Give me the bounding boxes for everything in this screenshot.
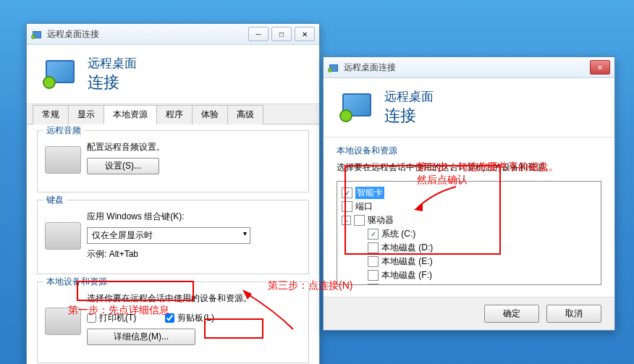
group-devices: 本地设备和资源 选择你要在远程会话中使用的设备和资源。 打印机(T) 剪贴板(L…: [37, 282, 309, 363]
devices-desc: 选择你要在远程会话中使用的设备和资源。: [87, 292, 301, 305]
titlebar2[interactable]: 远程桌面连接 ✕: [324, 57, 614, 78]
smartcard-checkbox[interactable]: [342, 187, 352, 198]
rdc-large-icon: [339, 92, 374, 124]
audio-settings-button[interactable]: 设置(S)...: [87, 158, 159, 174]
minimize-button[interactable]: ─: [248, 27, 269, 41]
drives-label[interactable]: 驱动器: [368, 214, 394, 227]
ok-button[interactable]: 确定: [484, 305, 539, 323]
maximize-button[interactable]: □: [271, 27, 292, 41]
close-button2[interactable]: ✕: [590, 60, 610, 75]
drive-c-label[interactable]: 系统 (C:): [381, 228, 415, 240]
group-title-audio: 远程音频: [43, 124, 84, 137]
dialog-body: 本地设备和资源 选择要在远程会话中使用的这台计算机上的设备和资源。 智能卡 端口…: [324, 137, 614, 297]
tab-general[interactable]: 常规: [33, 105, 69, 124]
smartcard-label[interactable]: 智能卡: [355, 187, 384, 199]
ports-checkbox[interactable]: [342, 201, 352, 212]
drive-f-label[interactable]: 本地磁盘 (F:): [381, 269, 432, 282]
ports-label[interactable]: 端口: [355, 200, 373, 213]
tab-programs[interactable]: 程序: [156, 105, 193, 124]
header2-line1: 远程桌面: [384, 88, 434, 105]
window-title: 远程桌面连接: [47, 28, 248, 41]
devices-icon: [45, 308, 81, 335]
printer-label: 打印机(T): [99, 312, 136, 324]
drives-expand[interactable]: −: [342, 216, 351, 225]
tab-local-resources[interactable]: 本地资源: [103, 105, 157, 124]
group-keyboard: 键盘 应用 Windows 组合键(K): 仅在全屏显示时 示例: Alt+Ta…: [37, 200, 309, 274]
drive-e-checkbox[interactable]: [368, 256, 379, 267]
group-title-devices: 本地设备和资源: [43, 276, 110, 288]
rdc-icon: [31, 28, 43, 40]
drive-d-label[interactable]: 本地磁盘 (D:): [381, 242, 433, 254]
clipboard-cb-input[interactable]: [165, 313, 174, 323]
group-remote-audio: 远程音频 配置远程音频设置。 设置(S)...: [37, 130, 309, 192]
dialog-group-title: 本地设备和资源: [337, 145, 601, 157]
clipboard-label: 剪贴板(L): [177, 312, 214, 324]
clipboard-checkbox[interactable]: 剪贴板(L): [165, 312, 214, 324]
dialog-footer: 确定 取消: [324, 297, 614, 330]
tab-experience[interactable]: 体验: [192, 105, 228, 124]
rdc-large-icon: [43, 59, 77, 90]
header: 远程桌面 连接: [27, 45, 319, 104]
printer-checkbox[interactable]: 打印机(T): [87, 312, 136, 324]
group-title-keyboard: 键盘: [43, 194, 67, 206]
rdc-icon: [328, 62, 339, 73]
drive-f-checkbox[interactable]: [368, 270, 379, 281]
speaker-icon: [45, 146, 81, 174]
drive-c-checkbox[interactable]: [368, 229, 379, 240]
rdc-main-window: 远程桌面连接 ─ □ ✕ 远程桌面 连接 常规 显示 本地资源 程序 体验 高级…: [26, 23, 320, 364]
header-line1: 远程桌面: [88, 55, 137, 72]
keyboard-example: 示例: Alt+Tab: [87, 248, 301, 261]
window-title2: 远程桌面连接: [344, 62, 590, 74]
tab-advanced[interactable]: 高级: [227, 105, 263, 124]
drives-checkbox[interactable]: [354, 215, 365, 226]
titlebar[interactable]: 远程桌面连接 ─ □ ✕: [27, 24, 319, 45]
keyboard-icon: [45, 222, 81, 250]
tab-strip: 常规 显示 本地资源 程序 体验 高级: [27, 104, 319, 124]
header-line2: 连接: [88, 72, 137, 93]
dialog-desc: 选择要在远程会话中使用的这台计算机上的设备和资源。: [337, 161, 601, 174]
tab-body: 远程音频 配置远程音频设置。 设置(S)... 键盘 应用 Windows 组合…: [27, 124, 319, 364]
header2-line2: 连接: [384, 105, 434, 127]
keyboard-select[interactable]: 仅在全屏显示时: [87, 227, 250, 244]
drive-later-label[interactable]: 稍后插入的驱动器: [381, 283, 451, 285]
drive-e-label[interactable]: 本地磁盘 (E:): [381, 255, 433, 268]
more-details-button[interactable]: 详细信息(M)...: [87, 329, 195, 345]
header2: 远程桌面 连接: [324, 78, 614, 137]
printer-cb-input[interactable]: [87, 313, 96, 323]
rdc-devices-dialog: 远程桌面连接 ✕ 远程桌面 连接 本地设备和资源 选择要在远程会话中使用的这台计…: [323, 56, 615, 331]
drive-later-checkbox[interactable]: [368, 284, 379, 285]
tab-display[interactable]: 显示: [68, 105, 104, 124]
drive-d-checkbox[interactable]: [368, 242, 379, 253]
audio-desc: 配置远程音频设置。: [87, 141, 301, 153]
devices-tree[interactable]: 智能卡 端口 −驱动器 系统 (C:) 本地磁盘 (D:) 本地磁盘 (E:) …: [337, 181, 601, 285]
cancel-button[interactable]: 取消: [546, 305, 601, 323]
keyboard-label: 应用 Windows 组合键(K):: [87, 211, 301, 223]
close-button[interactable]: ✕: [295, 27, 315, 41]
